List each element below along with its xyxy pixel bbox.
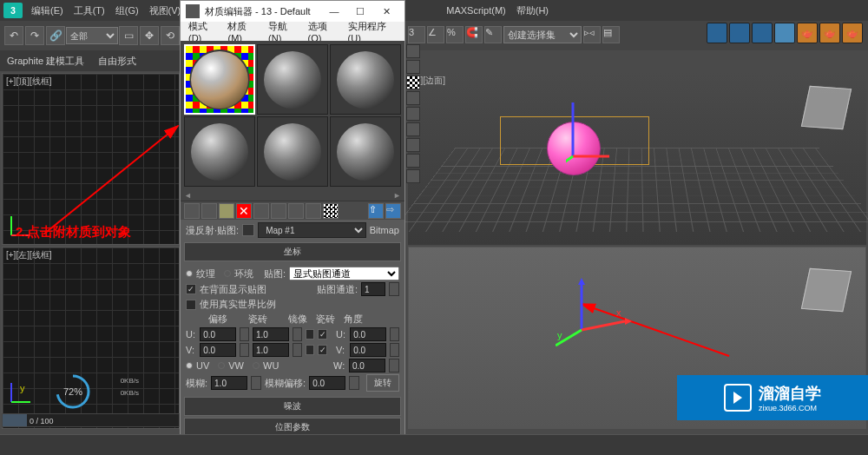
show-on-back-check[interactable]: [186, 284, 196, 294]
viewcube-icon[interactable]: [801, 268, 852, 312]
menu-help[interactable]: 帮助(H): [511, 4, 554, 17]
menu-maxscript[interactable]: MAXScript(M): [441, 5, 510, 16]
material-slot-1[interactable]: [184, 44, 255, 115]
bluroff-input[interactable]: [309, 376, 345, 390]
u-tile-check[interactable]: [318, 329, 327, 340]
spinner-icon[interactable]: [349, 376, 359, 390]
schematic-icon[interactable]: [752, 23, 773, 43]
make-unique-icon[interactable]: [271, 203, 286, 219]
radio-uv[interactable]: [186, 362, 193, 369]
dialog-titlebar[interactable]: 材质编辑器 - 13 - Default — ☐ ✕: [181, 1, 404, 22]
material-slot-3[interactable]: [330, 44, 401, 115]
blur-input[interactable]: [211, 376, 247, 390]
u-angle-input[interactable]: [350, 327, 386, 341]
w-angle-input[interactable]: [349, 359, 385, 373]
menu-tools[interactable]: 工具(T): [69, 4, 110, 17]
material-editor-icon[interactable]: [774, 23, 795, 43]
scroll-right-icon[interactable]: ►: [393, 191, 401, 200]
select-by-mat-icon[interactable]: [406, 154, 420, 168]
vp-top-label[interactable]: [+][顶][线框]: [6, 76, 52, 88]
menu-group[interactable]: 组(G): [110, 4, 144, 17]
u-offset-input[interactable]: [200, 327, 236, 341]
magnet-icon[interactable]: 🧲: [465, 26, 483, 43]
sample-uv-icon[interactable]: [406, 91, 420, 105]
edit-named-icon[interactable]: ✎: [484, 26, 502, 43]
u-tile-input[interactable]: [253, 327, 289, 341]
move-icon[interactable]: ✥: [140, 26, 159, 45]
radio-vw[interactable]: [218, 362, 225, 369]
reset-map-icon[interactable]: ✕: [236, 203, 252, 219]
tab-graphite[interactable]: Graphite 建模工具: [0, 55, 91, 68]
put-to-lib-icon[interactable]: [288, 203, 304, 219]
show-map-icon[interactable]: [323, 203, 339, 219]
put-to-scene-icon[interactable]: [201, 203, 217, 219]
material-slot-2[interactable]: [257, 44, 328, 115]
viewport-top[interactable]: [+][顶][线框]: [2, 73, 180, 245]
v-offset-input[interactable]: [200, 343, 236, 357]
spinner-icon[interactable]: [240, 327, 249, 341]
radio-environ[interactable]: [224, 270, 231, 277]
matid-icon[interactable]: [306, 203, 321, 219]
section-noise[interactable]: 噪波: [184, 397, 401, 416]
section-coordinates[interactable]: 坐标: [184, 242, 401, 261]
time-handle[interactable]: [3, 414, 27, 426]
undo-icon[interactable]: ↶: [4, 26, 23, 45]
sample-type-icon[interactable]: [406, 44, 420, 58]
v-tile-check[interactable]: [318, 345, 327, 355]
mirror-icon[interactable]: ▹◃: [583, 26, 601, 43]
select-icon[interactable]: ▭: [119, 26, 138, 45]
filter-dropdown[interactable]: 全部: [66, 27, 118, 44]
move-gizmo-icon[interactable]: [566, 96, 618, 165]
dlg-menu-mode[interactable]: 模式(D): [184, 20, 223, 43]
time-slider[interactable]: [2, 413, 180, 427]
dlg-max-icon[interactable]: ☐: [347, 6, 373, 17]
options-icon[interactable]: [406, 138, 420, 152]
spinner-icon[interactable]: [251, 376, 261, 390]
go-forward-icon[interactable]: ⇨: [385, 203, 401, 219]
backlight-icon[interactable]: [406, 60, 420, 74]
map-name-dropdown[interactable]: Map #1: [258, 222, 366, 238]
material-slot-5[interactable]: [257, 116, 328, 187]
redo-icon[interactable]: ↷: [25, 26, 44, 45]
mapping-type-dropdown[interactable]: 显式贴图通道: [289, 267, 399, 280]
render-frame-icon[interactable]: 🫖: [819, 23, 840, 43]
spinner-icon[interactable]: [390, 327, 399, 341]
dlg-menu-options[interactable]: 选项(O): [304, 20, 344, 43]
snap-angle-icon[interactable]: ∠: [427, 26, 444, 43]
get-material-icon[interactable]: [184, 203, 200, 219]
snap-pct-icon[interactable]: %: [446, 26, 464, 43]
map-type-label[interactable]: Bitmap: [370, 225, 399, 235]
go-parent-icon[interactable]: ⇧: [368, 203, 384, 219]
curve-editor-icon[interactable]: [707, 23, 727, 43]
make-copy-icon[interactable]: [253, 203, 269, 219]
map-channel-input[interactable]: [361, 282, 385, 296]
make-preview-icon[interactable]: [406, 122, 420, 136]
selection-set-dropdown[interactable]: 创建选择集: [503, 26, 582, 43]
assign-to-selection-icon[interactable]: [219, 203, 234, 219]
scroll-left-icon[interactable]: ◄: [184, 191, 192, 200]
material-slot-6[interactable]: [330, 116, 401, 187]
dlg-min-icon[interactable]: —: [321, 6, 347, 16]
rotate-icon[interactable]: ⟲: [161, 26, 180, 45]
spinner-icon[interactable]: [390, 343, 399, 357]
snap3d-icon[interactable]: 3: [408, 26, 425, 43]
spinner-icon[interactable]: [240, 343, 249, 357]
material-slot-4[interactable]: [184, 116, 255, 187]
spinner-icon[interactable]: [293, 327, 302, 341]
dlg-menu-util[interactable]: 实用程序(U): [344, 20, 401, 43]
move-gizmo-icon[interactable]: x y: [556, 278, 634, 356]
rotate-button[interactable]: 旋转: [366, 374, 399, 392]
app-logo-icon[interactable]: 3: [3, 3, 23, 18]
radio-texture[interactable]: [186, 270, 193, 277]
tab-freeform[interactable]: 自由形式: [91, 55, 143, 68]
viewcube-icon[interactable]: [801, 86, 852, 129]
spinner-icon[interactable]: [389, 282, 399, 296]
pick-map-icon[interactable]: [242, 224, 254, 236]
render-icon[interactable]: 🫖: [842, 23, 863, 43]
dlg-menu-material[interactable]: 材质(M): [223, 20, 264, 43]
video-check-icon[interactable]: [406, 107, 420, 121]
v-tile-input[interactable]: [253, 343, 289, 357]
real-world-check[interactable]: [186, 300, 196, 310]
render-setup-icon[interactable]: 🫖: [797, 23, 818, 43]
mtl-map-nav-icon[interactable]: [406, 169, 420, 183]
